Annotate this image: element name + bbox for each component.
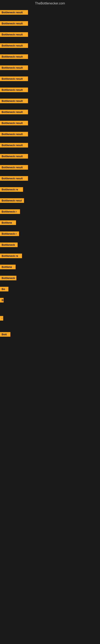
bottleneck-badge[interactable]: Bottleneck	[0, 242, 18, 247]
list-item: Bottleneck result	[0, 21, 28, 26]
list-item: Bott	[0, 332, 10, 338]
bottleneck-badge[interactable]: B	[0, 298, 3, 302]
list-item: Bottleneck	[0, 242, 18, 248]
bottleneck-badge[interactable]: Bottleneck result	[0, 76, 28, 81]
bottleneck-badge[interactable]: Bottleneck r	[0, 209, 20, 214]
list-item: Bottleneck result	[0, 10, 28, 16]
bottleneck-badge[interactable]: Bottleneck result	[0, 132, 28, 136]
list-item: Bottlene	[0, 220, 16, 226]
bottleneck-badge[interactable]: Bottleneck result	[0, 10, 28, 15]
list-item: Bottleneck result	[0, 66, 28, 71]
bottleneck-badge[interactable]: Bottleneck result	[0, 54, 28, 59]
bottleneck-badge[interactable]: Bottleneck result	[0, 143, 28, 148]
list-item: Bottleneck result	[0, 32, 28, 38]
list-item: Bottlene	[0, 265, 16, 270]
site-header: TheBottlenecker.com	[0, 0, 100, 6]
list-item: B	[0, 298, 3, 303]
list-item: Bottleneck result	[0, 143, 28, 148]
bottleneck-badge[interactable]: Bottlene	[0, 220, 16, 225]
bottleneck-badge[interactable]: Bottleneck result	[0, 32, 28, 37]
bottleneck-badge[interactable]: Bottleneck re	[0, 254, 22, 258]
list-item: Bottleneck	[0, 276, 16, 281]
list-item: Bottleneck result	[0, 110, 28, 115]
list-item: Bottleneck result	[0, 176, 28, 182]
bottleneck-badge[interactable]: Bottleneck result	[0, 121, 28, 126]
bottleneck-badge[interactable]: ·	[0, 316, 3, 320]
bottleneck-badge[interactable]: Bottleneck result	[0, 88, 28, 92]
bottleneck-badge[interactable]: Bottleneck result	[0, 98, 28, 103]
list-item: Bottleneck result	[0, 121, 28, 126]
list-item: Bo	[0, 287, 8, 292]
bottleneck-badge[interactable]: Bottleneck result	[0, 110, 28, 114]
bottleneck-badge[interactable]: Bottleneck re	[0, 187, 23, 192]
list-item: ·	[0, 316, 3, 322]
list-item: Bottleneck result	[0, 43, 28, 49]
bottleneck-badge[interactable]: Bott	[0, 332, 10, 337]
list-item: Bottleneck result	[0, 54, 28, 60]
list-item: Bottleneck r	[0, 232, 19, 237]
list-item: Bottleneck re	[0, 254, 22, 259]
list-item: Bottleneck result	[0, 165, 28, 170]
bottleneck-badge[interactable]: Bottleneck result	[0, 66, 28, 70]
bottleneck-badge[interactable]: Bottleneck result	[0, 21, 28, 26]
bottleneck-list: Bottleneck resultBottleneck resultBottle…	[0, 6, 100, 644]
list-item: Bottleneck resul	[0, 198, 24, 204]
list-item: Bottleneck result	[0, 132, 28, 137]
bottleneck-badge[interactable]: Bottleneck	[0, 276, 16, 280]
bottleneck-badge[interactable]: Bottleneck result	[0, 154, 28, 158]
list-item: Bottleneck r	[0, 209, 20, 215]
bottleneck-badge[interactable]: Bo	[0, 287, 8, 292]
list-item: Bottleneck result	[0, 98, 28, 104]
bottleneck-badge[interactable]: Bottleneck resul	[0, 198, 24, 203]
list-item: Bottleneck result	[0, 154, 28, 160]
list-item: Bottleneck re	[0, 187, 23, 192]
list-item: Bottleneck result	[0, 76, 28, 82]
list-item: Bottleneck result	[0, 88, 28, 93]
bottleneck-badge[interactable]: Bottleneck result	[0, 176, 28, 181]
bottleneck-badge[interactable]: Bottleneck r	[0, 232, 19, 236]
bottleneck-badge[interactable]: Bottlene	[0, 265, 16, 269]
bottleneck-badge[interactable]: Bottleneck result	[0, 165, 28, 170]
bottleneck-badge[interactable]: Bottleneck result	[0, 43, 28, 48]
site-title: TheBottlenecker.com	[0, 0, 100, 6]
